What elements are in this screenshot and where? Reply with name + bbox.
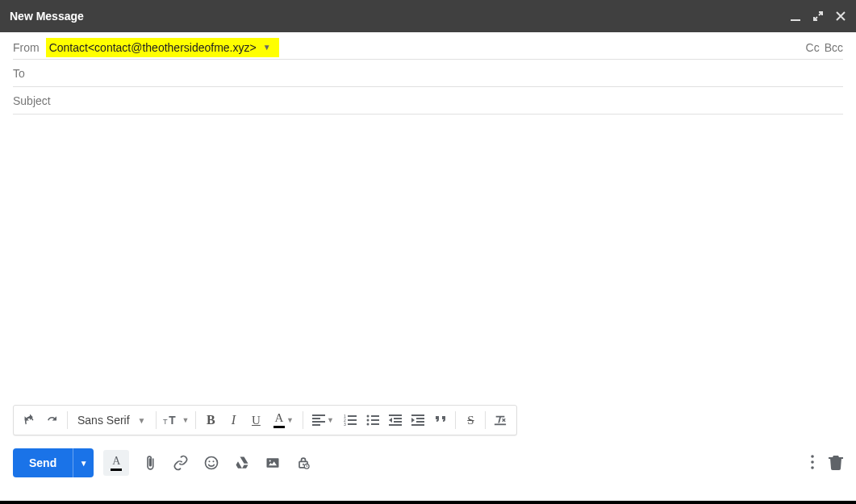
quote-icon[interactable] bbox=[429, 408, 452, 432]
svg-rect-6 bbox=[312, 424, 320, 426]
to-label: To bbox=[13, 67, 25, 80]
window-title: New Message bbox=[10, 10, 84, 23]
message-body[interactable] bbox=[0, 115, 856, 405]
emoji-icon[interactable] bbox=[202, 453, 221, 473]
align-icon[interactable]: ▼ bbox=[307, 408, 339, 432]
close-icon[interactable] bbox=[835, 10, 846, 22]
svg-rect-25 bbox=[416, 421, 424, 423]
font-size-icon[interactable]: TT ▼ bbox=[160, 408, 193, 432]
chevron-down-icon: ▼ bbox=[138, 416, 146, 425]
link-icon[interactable] bbox=[171, 453, 190, 473]
underline-icon[interactable]: U bbox=[244, 408, 267, 432]
svg-point-37 bbox=[811, 460, 814, 464]
to-row: To bbox=[13, 60, 843, 87]
svg-rect-16 bbox=[371, 415, 379, 417]
font-family-label: Sans Serif bbox=[77, 414, 130, 427]
svg-rect-23 bbox=[411, 414, 424, 416]
to-input[interactable] bbox=[31, 67, 843, 80]
svg-text:T: T bbox=[163, 418, 168, 426]
svg-point-32 bbox=[269, 460, 271, 461]
from-row: From Contact<contact@theothersideofme.xy… bbox=[13, 32, 843, 60]
svg-point-14 bbox=[367, 419, 370, 422]
subject-row bbox=[13, 87, 843, 115]
svg-rect-22 bbox=[389, 424, 402, 426]
indent-less-icon[interactable] bbox=[384, 408, 407, 432]
photo-icon[interactable] bbox=[263, 453, 282, 473]
minimize-icon[interactable] bbox=[790, 10, 801, 22]
svg-rect-5 bbox=[312, 421, 325, 423]
bulleted-list-icon[interactable] bbox=[361, 408, 384, 432]
svg-point-13 bbox=[367, 415, 370, 418]
svg-rect-20 bbox=[394, 418, 402, 419]
font-family-select[interactable]: Sans Serif ▼ bbox=[71, 408, 152, 432]
send-options-button[interactable]: ▼ bbox=[73, 448, 94, 477]
clear-format-icon[interactable] bbox=[489, 408, 512, 432]
cc-button[interactable]: Cc bbox=[806, 41, 820, 54]
undo-icon[interactable] bbox=[19, 408, 41, 432]
trash-icon[interactable] bbox=[829, 454, 843, 473]
svg-point-38 bbox=[811, 466, 814, 469]
window-titlebar: New Message bbox=[0, 0, 856, 32]
bold-icon[interactable]: B bbox=[199, 408, 222, 432]
strikethrough-icon[interactable]: S bbox=[459, 408, 482, 432]
attach-icon[interactable] bbox=[140, 453, 160, 473]
italic-icon[interactable]: I bbox=[222, 408, 244, 432]
svg-text:3: 3 bbox=[344, 422, 346, 426]
more-icon[interactable] bbox=[811, 455, 814, 472]
text-color-icon[interactable]: A ▼ bbox=[267, 408, 299, 432]
redo-icon[interactable] bbox=[41, 408, 64, 432]
bottom-action-bar: Send ▼ A bbox=[0, 435, 856, 490]
from-label: From bbox=[13, 41, 40, 54]
chevron-down-icon: ▼ bbox=[327, 416, 334, 424]
svg-rect-10 bbox=[348, 415, 357, 417]
popout-icon[interactable] bbox=[812, 10, 824, 22]
bottom-border bbox=[0, 501, 856, 504]
svg-point-28 bbox=[206, 457, 218, 469]
subject-input[interactable] bbox=[13, 94, 843, 107]
svg-rect-19 bbox=[389, 414, 402, 416]
chevron-down-icon: ▼ bbox=[286, 416, 294, 424]
indent-more-icon[interactable] bbox=[407, 408, 429, 432]
chevron-down-icon: ▼ bbox=[263, 43, 271, 52]
svg-rect-11 bbox=[348, 419, 357, 421]
svg-rect-0 bbox=[791, 19, 800, 21]
formatting-toggle-icon[interactable]: A bbox=[103, 450, 129, 476]
svg-rect-31 bbox=[267, 458, 279, 468]
svg-point-30 bbox=[213, 460, 215, 462]
svg-rect-12 bbox=[348, 423, 357, 425]
svg-rect-4 bbox=[312, 418, 320, 419]
send-button[interactable]: Send bbox=[13, 448, 73, 477]
svg-point-29 bbox=[209, 460, 211, 462]
numbered-list-icon[interactable]: 123 bbox=[339, 408, 361, 432]
svg-rect-27 bbox=[495, 423, 506, 425]
svg-rect-17 bbox=[371, 419, 379, 421]
bcc-button[interactable]: Bcc bbox=[825, 41, 843, 54]
svg-point-15 bbox=[367, 423, 370, 426]
confidential-icon[interactable] bbox=[294, 453, 313, 473]
from-address: Contact<contact@theothersideofme.xyz> bbox=[49, 41, 257, 54]
chevron-down-icon: ▼ bbox=[182, 416, 190, 424]
format-toolbar: Sans Serif ▼ TT ▼ B I U A ▼ ▼ 123 bbox=[13, 405, 517, 435]
svg-rect-24 bbox=[416, 418, 424, 419]
svg-rect-26 bbox=[411, 424, 424, 426]
svg-rect-18 bbox=[371, 423, 379, 425]
svg-rect-3 bbox=[312, 414, 325, 416]
from-selector[interactable]: Contact<contact@theothersideofme.xyz> ▼ bbox=[46, 38, 279, 57]
svg-rect-21 bbox=[394, 421, 402, 423]
svg-point-36 bbox=[811, 455, 814, 458]
chevron-down-icon: ▼ bbox=[80, 459, 88, 468]
svg-text:T: T bbox=[169, 414, 176, 427]
drive-icon[interactable] bbox=[232, 453, 252, 473]
